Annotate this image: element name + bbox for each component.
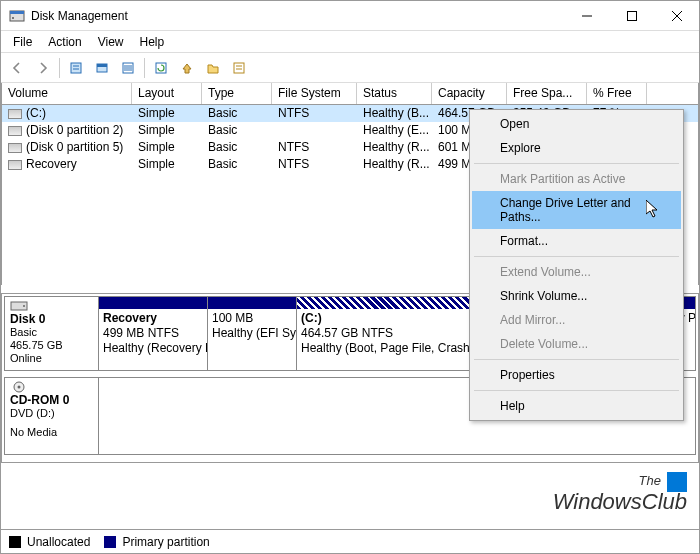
menu-item-extend-volume: Extend Volume... [472,260,681,284]
cell [272,122,357,139]
legend-label: Unallocated [27,535,90,549]
disk-label[interactable]: CD-ROM 0 DVD (D:) No Media [4,377,99,455]
cell: Healthy (R... [357,139,432,156]
cell: Simple [132,122,202,139]
svg-rect-17 [234,63,244,73]
cdrom-icon [10,381,28,393]
toolbar-separator [59,58,60,78]
minimize-button[interactable] [564,1,609,31]
window-title: Disk Management [31,9,564,23]
menu-item-mark-partition-as-active: Mark Partition as Active [472,167,681,191]
partition-status: Healthy (EFI Sy [212,326,292,341]
partition[interactable]: 100 MB Healthy (EFI Sy [207,296,297,371]
col-capacity[interactable]: Capacity [432,83,507,104]
cell: NTFS [272,139,357,156]
svg-rect-7 [71,63,81,73]
svg-point-21 [23,305,25,307]
volume-icon [8,109,22,119]
maximize-button[interactable] [609,1,654,31]
properties-icon[interactable] [227,56,251,80]
cell: Simple [132,156,202,173]
volume-name: (C:) [26,106,46,120]
title-bar: Disk Management [1,1,699,31]
cell: Healthy (E... [357,122,432,139]
folder-icon[interactable] [201,56,225,80]
view-icon[interactable] [90,56,114,80]
svg-rect-11 [97,64,107,67]
up-icon[interactable] [175,56,199,80]
menu-item-properties[interactable]: Properties [472,363,681,387]
disk-icon [10,300,28,312]
menu-bar: File Action View Help [1,31,699,53]
cell: Simple [132,139,202,156]
refresh-icon[interactable] [149,56,173,80]
menu-item-open[interactable]: Open [472,112,681,136]
menu-help[interactable]: Help [132,33,173,50]
svg-point-23 [18,386,21,389]
cell: Basic [202,105,272,122]
disk-type: DVD (D:) [10,407,93,420]
settings-icon[interactable] [64,56,88,80]
legend-swatch-unallocated [9,536,21,548]
watermark-text: WindowsClub [553,492,687,513]
svg-point-2 [12,17,14,19]
legend-label: Primary partition [122,535,209,549]
cell: Healthy (B... [357,105,432,122]
volume-name: (Disk 0 partition 2) [26,123,123,137]
legend: Unallocated Primary partition [1,529,699,553]
partition-size: 499 MB NTFS [103,326,203,341]
menu-item-shrink-volume[interactable]: Shrink Volume... [472,284,681,308]
col-free[interactable]: Free Spa... [507,83,587,104]
back-button[interactable] [5,56,29,80]
col-type[interactable]: Type [202,83,272,104]
volume-name: (Disk 0 partition 5) [26,140,123,154]
cell: NTFS [272,156,357,173]
menu-item-format[interactable]: Format... [472,229,681,253]
col-volume[interactable]: Volume [2,83,132,104]
context-menu: OpenExploreMark Partition as ActiveChang… [469,109,684,421]
volume-icon [8,126,22,136]
partition-size: 100 MB [212,311,292,326]
list-icon[interactable] [116,56,140,80]
svg-rect-1 [10,11,24,14]
partition[interactable]: Recovery 499 MB NTFS Healthy (Recovery P… [98,296,208,371]
volume-list-header: Volume Layout Type File System Status Ca… [1,83,699,105]
toolbar-separator [144,58,145,78]
disk-state: No Media [10,426,93,439]
legend-swatch-primary [104,536,116,548]
volume-icon [8,143,22,153]
menu-item-change-drive-letter-and-paths[interactable]: Change Drive Letter and Paths... [472,191,681,229]
disk-type: Basic [10,326,93,339]
menu-view[interactable]: View [90,33,132,50]
volume-name: Recovery [26,157,77,171]
disk-name: Disk 0 [10,312,93,326]
col-status[interactable]: Status [357,83,432,104]
forward-button[interactable] [31,56,55,80]
menu-file[interactable]: File [5,33,40,50]
menu-item-help[interactable]: Help [472,394,681,418]
col-filesystem[interactable]: File System [272,83,357,104]
menu-action[interactable]: Action [40,33,89,50]
app-icon [9,8,25,24]
disk-label[interactable]: Disk 0 Basic 465.75 GB Online [4,296,99,371]
col-pctfree[interactable]: % Free [587,83,647,104]
cell: Basic [202,156,272,173]
cell: Healthy (R... [357,156,432,173]
disk-size: 465.75 GB [10,339,93,352]
cell: Basic [202,122,272,139]
menu-separator [474,390,679,391]
disk-name: CD-ROM 0 [10,393,93,407]
menu-separator [474,359,679,360]
partition-status: Healthy (Recovery Pa [103,341,203,356]
menu-item-delete-volume: Delete Volume... [472,332,681,356]
col-layout[interactable]: Layout [132,83,202,104]
watermark: The WindowsClub [553,472,687,513]
close-button[interactable] [654,1,699,31]
partition-bar [99,297,207,309]
svg-rect-4 [627,11,636,20]
cell: Basic [202,139,272,156]
partition-name: Recovery [103,311,203,326]
watermark-text: The [639,473,661,488]
menu-item-explore[interactable]: Explore [472,136,681,160]
disk-state: Online [10,352,93,365]
